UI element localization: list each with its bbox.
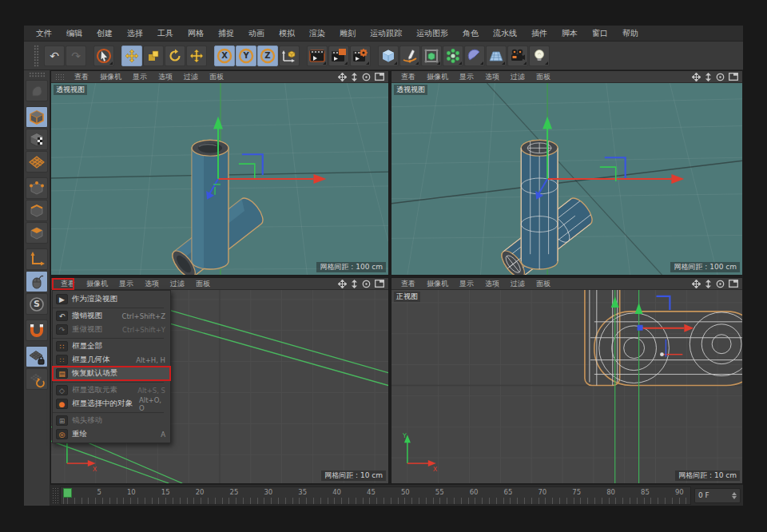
maximize-icon[interactable] — [375, 280, 384, 288]
viewport-menu-item[interactable]: 选项 — [479, 71, 505, 83]
context-menu-item[interactable]: ▤ 恢复默认场景 — [53, 367, 170, 380]
menubar-item[interactable]: 创建 — [89, 26, 120, 42]
menubar-item[interactable]: 捕捉 — [211, 26, 241, 42]
viewport-menu-item[interactable]: 显示 — [113, 278, 139, 290]
context-menu-item[interactable]: ● 框显选择中的对象 Alt+O, O — [53, 397, 170, 411]
enable-snap-button[interactable] — [26, 320, 48, 341]
camera-button[interactable] — [507, 46, 528, 66]
viewport-menu-item[interactable]: 摄像机 — [421, 71, 454, 83]
live-selection-button[interactable] — [93, 46, 114, 66]
viewport-br-canvas[interactable]: Y X 正视图 网格间距 : 10 cm — [391, 290, 742, 483]
scale-tool-button[interactable] — [143, 46, 164, 66]
menubar-item[interactable]: 模拟 — [272, 26, 302, 42]
viewport-menu-item[interactable]: 摄像机 — [94, 71, 127, 83]
menubar-item[interactable]: 运动跟踪 — [363, 26, 409, 42]
viewport-menu-item[interactable]: 查看 — [395, 71, 421, 83]
enable-axis-button[interactable] — [26, 248, 48, 270]
frame-stepper[interactable] — [732, 492, 737, 499]
menubar-item[interactable]: 角色 — [455, 26, 486, 42]
dolly-icon[interactable] — [351, 73, 358, 81]
undo-button[interactable]: ↶ — [44, 46, 65, 66]
dolly-icon[interactable] — [705, 280, 712, 288]
redo-button[interactable]: ↷ — [66, 46, 86, 66]
menubar-item[interactable]: 运动图形 — [409, 26, 455, 42]
lock-workplane-button[interactable] — [26, 346, 48, 367]
add-spline-button[interactable] — [399, 46, 420, 66]
maximize-icon[interactable] — [729, 73, 738, 81]
deformer-button[interactable] — [443, 46, 463, 66]
viewport-menu-item[interactable]: 过滤 — [165, 278, 190, 290]
pan-icon[interactable] — [692, 73, 701, 81]
field-button[interactable] — [464, 46, 485, 66]
viewport-tr-canvas[interactable]: 透视视图 网格间距 : 100 cm — [391, 83, 742, 275]
pan-icon[interactable] — [338, 280, 347, 288]
render-view-button[interactable] — [307, 46, 328, 66]
menubar-item[interactable]: 脚本 — [554, 26, 585, 42]
add-primitive-button[interactable] — [378, 46, 399, 66]
context-menu-item[interactable]: ∷ 框显几何体 Alt+H, H — [53, 353, 170, 367]
viewport-menu-item[interactable]: 显示 — [127, 71, 153, 83]
viewport-grip[interactable] — [55, 73, 65, 81]
last-tool-button[interactable] — [186, 46, 207, 66]
render-picture-viewer-button[interactable] — [328, 46, 349, 66]
pan-icon[interactable] — [338, 73, 347, 81]
floor-button[interactable] — [486, 46, 507, 66]
viewport-menu-item[interactable]: 选项 — [153, 71, 178, 83]
viewport-menu-item[interactable]: 面板 — [204, 71, 229, 83]
viewport-menu-item[interactable]: 摄像机 — [421, 278, 454, 290]
pan-icon[interactable] — [692, 280, 701, 288]
move-tool-button[interactable] — [121, 46, 142, 66]
viewport-menu-item[interactable]: 面板 — [531, 71, 556, 83]
menubar-item[interactable]: 渲染 — [302, 26, 332, 42]
menubar-item[interactable]: 流水线 — [486, 26, 524, 42]
viewport-menu-item[interactable]: 查看 — [69, 71, 94, 83]
light-button[interactable] — [529, 46, 550, 66]
viewport-menu-item[interactable]: 选项 — [139, 278, 165, 290]
menubar-item[interactable]: 插件 — [524, 26, 554, 42]
rotate-icon[interactable] — [716, 280, 725, 288]
menubar-item[interactable]: 窗口 — [585, 26, 615, 42]
axis-lock-z-button[interactable]: Z — [257, 46, 278, 66]
viewport-menu-item[interactable]: 选项 — [479, 278, 505, 290]
viewport-menu-item[interactable]: 面板 — [531, 278, 556, 290]
edges-mode-button[interactable] — [26, 200, 48, 221]
texture-mode-button[interactable] — [26, 129, 48, 150]
render-settings-button[interactable] — [350, 46, 371, 66]
viewport-menu-item[interactable]: 查看 — [395, 278, 421, 290]
workplane-snap-button[interactable] — [26, 368, 48, 390]
current-frame-marker[interactable] — [63, 488, 72, 498]
context-menu-item[interactable]: ∷ 框显全部 — [53, 339, 170, 353]
context-menu-item[interactable]: ⊞ 镜头移动 — [53, 414, 170, 427]
viewport-menu-item[interactable]: 查看 — [55, 278, 81, 290]
viewport-menu-item[interactable]: 过滤 — [178, 71, 204, 83]
menubar-item[interactable]: 选择 — [120, 26, 150, 42]
axis-lock-y-button[interactable]: Y — [236, 46, 256, 66]
menubar-item[interactable]: 帮助 — [615, 26, 646, 42]
sculpt-mode-button[interactable] — [26, 80, 48, 101]
maximize-icon[interactable] — [729, 280, 738, 288]
timeline-grip[interactable] — [52, 487, 58, 503]
context-menu-item[interactable]: ▶ 作为渲染视图 — [53, 292, 170, 306]
menubar-item[interactable]: 网格 — [181, 26, 211, 42]
rotate-icon[interactable] — [362, 280, 371, 288]
rotate-icon[interactable] — [716, 73, 725, 81]
rotate-tool-button[interactable] — [165, 46, 185, 66]
rotate-icon[interactable] — [362, 73, 371, 81]
menubar-item[interactable]: 文件 — [29, 26, 59, 42]
context-menu-item[interactable]: ◇ 框显选取元素 Alt+S, S — [53, 383, 170, 397]
maximize-icon[interactable] — [375, 73, 384, 81]
viewport-menu-item[interactable]: 显示 — [454, 278, 479, 290]
polygons-mode-button[interactable] — [26, 222, 48, 244]
viewport-tl-canvas[interactable]: 透视视图 网格间距 : 100 cm — [51, 83, 388, 275]
dolly-icon[interactable] — [351, 280, 358, 288]
viewport-menu-item[interactable]: 摄像机 — [81, 278, 113, 290]
context-menu-item[interactable]: ◎ 重绘 A — [53, 427, 170, 441]
menubar-item[interactable]: 动画 — [241, 26, 272, 42]
workplane-mode-button[interactable] — [26, 151, 48, 173]
timeline-ruler[interactable]: 0 5 10 15 20 25 30 35 40 45 — [60, 486, 691, 505]
context-menu-item[interactable]: ↶ 撤销视图 Ctrl+Shift+Z — [53, 309, 170, 323]
current-frame-field[interactable]: 0 F — [694, 488, 741, 503]
toolbar-grip[interactable] — [34, 45, 39, 67]
viewport-solo-button[interactable] — [26, 271, 48, 292]
subdivision-surface-button[interactable] — [421, 46, 442, 66]
